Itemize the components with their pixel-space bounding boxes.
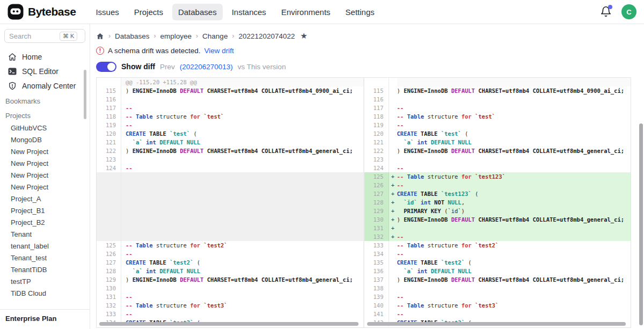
bytebase-logo[interactable]: Bytebase (8, 4, 76, 20)
diff-line: 115) ENGINE=InnoDB DEFAULT CHARSET=utf8m… (364, 86, 631, 95)
diff-line-added: 132+-- (364, 232, 631, 241)
breadcrumb-item-change[interactable]: Change (202, 32, 228, 40)
code-token: ENGINE=InnoDB (133, 148, 180, 154)
code-line: -- Table structure for `test3` (397, 301, 631, 310)
code-token: -- (397, 165, 404, 171)
sidebar-item-anomaly-center[interactable]: Anomaly Center (0, 78, 90, 93)
code-token: ) (397, 216, 404, 223)
code-token: `a` (133, 139, 146, 145)
sidebar-project-tenanttidb[interactable]: TenantTiDB (0, 264, 90, 275)
sidebar-item-sql-editor[interactable]: SQL Editor (0, 64, 90, 78)
code-token: CHARSET=utf8mb4 (207, 148, 261, 154)
code-line (121, 172, 363, 181)
diff-hunk-header: @@ -115,20 +115,28 @@ (97, 78, 363, 86)
sidebar-project-tenant[interactable]: Tenant (0, 228, 90, 240)
line-number: 132 (364, 232, 389, 241)
line-number: 129 (364, 207, 389, 215)
diff-sign (389, 147, 397, 155)
sidebar-scrollbar[interactable] (84, 70, 86, 119)
code-line: ) ENGINE=InnoDB DEFAULT CHARSET=utf8mb4 … (121, 86, 363, 95)
avatar[interactable]: C (621, 4, 636, 19)
diff-line: 122) ENGINE=InnoDB DEFAULT CHARSET=utf8m… (364, 147, 631, 155)
code-line (397, 284, 631, 293)
diff-sign (389, 164, 397, 172)
diff-sign (389, 293, 397, 301)
diff-line-placeholder (97, 172, 363, 181)
diff-line: 117-- (364, 104, 631, 112)
sidebar-project-mongodb[interactable]: MongoDB (0, 134, 90, 145)
diff-line: 139-- (364, 293, 631, 301)
notification-bell-icon[interactable] (600, 6, 612, 18)
code-token: TABLE (421, 130, 441, 137)
diff-line: 129) ENGINE=InnoDB DEFAULT CHARSET=utf8m… (97, 275, 363, 284)
sidebar-project-tenant-test[interactable]: Tenant_test (0, 252, 90, 264)
show-diff-toggle[interactable] (96, 62, 116, 72)
shield-exclamation-icon (8, 81, 17, 90)
toggle-knob (107, 63, 115, 71)
diff-line-added: 129+ PRIMARY KEY (`id`) (364, 207, 631, 215)
code-token: -- (397, 233, 404, 240)
line-number: 134 (364, 250, 389, 258)
code-token: `test123` (475, 173, 506, 180)
sidebar-item-home[interactable]: Home (0, 49, 90, 64)
sidebar-section-projects[interactable]: Projects (0, 107, 90, 122)
top-navbar: Bytebase IssuesProjectsDatabasesInstance… (0, 0, 644, 24)
code-token: ) (397, 87, 404, 94)
code-token: int (421, 199, 434, 206)
prev-version-link[interactable]: (202206270013) (180, 63, 233, 71)
sidebar-project-project-b1[interactable]: Project_B1 (0, 204, 90, 216)
code-line: -- (121, 250, 363, 258)
diff-line: 119-- (97, 121, 363, 129)
code-token: COLLATE=utf8mb4_general_ci; (261, 148, 353, 154)
schema-diff-viewer: @@ -115,20 +115,28 @@115) ENGINE=InnoDB … (96, 77, 631, 328)
breadcrumb-item-employee[interactable]: employee (160, 32, 192, 40)
nav-item-instances[interactable]: Instances (226, 4, 272, 20)
code-token: `test` (475, 113, 495, 120)
sidebar-project-project-a[interactable]: Project_A (0, 193, 90, 204)
code-line: -- (121, 310, 363, 318)
sidebar-project-new-project[interactable]: New Project (0, 157, 90, 169)
code-line (121, 215, 363, 224)
code-token (397, 139, 404, 145)
code-line: ) ENGINE=InnoDB DEFAULT CHARSET=utf8mb4 … (397, 275, 631, 284)
sidebar-section-bookmarks[interactable]: Bookmarks (0, 93, 90, 107)
line-number: 119 (364, 121, 389, 129)
line-number: 131 (97, 293, 121, 301)
breadcrumb-separator: › (154, 32, 156, 40)
code-line: CREATE TABLE `test` ( (397, 129, 631, 138)
sidebar-project-githubvcs[interactable]: GitHubVCS (0, 122, 90, 134)
nav-item-projects[interactable]: Projects (128, 4, 169, 20)
code-token: ENGINE=InnoDB (404, 216, 451, 223)
sidebar-project-tenant-label[interactable]: tenant_label (0, 240, 90, 252)
sidebar-project-tidb-cloud[interactable]: TiDB Cloud (0, 287, 90, 299)
sidebar-project-new-project[interactable]: New Project (0, 145, 90, 157)
sidebar-project-testtp[interactable]: testTP (0, 275, 90, 287)
bookmark-star-icon[interactable]: ★ (301, 31, 308, 41)
sidebar-project-new-project[interactable]: New Project (0, 169, 90, 181)
nav-item-environments[interactable]: Environments (275, 4, 336, 20)
diff-line-placeholder (97, 215, 363, 224)
sidebar-project-new-project[interactable]: New Project (0, 181, 90, 193)
code-token: , (462, 199, 465, 206)
nav-item-settings[interactable]: Settings (340, 4, 380, 20)
nav-item-issues[interactable]: Issues (90, 4, 125, 20)
nav-item-databases[interactable]: Databases (172, 4, 223, 20)
breadcrumb: ›Databases›employee›Change›2022120207402… (96, 31, 644, 41)
diff-horizontal-scrollbar[interactable] (99, 322, 358, 326)
breadcrumb-item-databases[interactable]: Databases (115, 32, 150, 40)
breadcrumb-home-icon[interactable] (96, 32, 104, 40)
code-token: CHARSET=utf8mb4 (207, 87, 261, 94)
code-line: -- (121, 104, 363, 112)
code-token (126, 268, 133, 274)
page-vertical-scrollbar[interactable] (639, 123, 643, 325)
diff-line: 124-- (364, 164, 631, 172)
code-token: `test3` (475, 302, 499, 309)
search-input[interactable] (9, 32, 57, 40)
sidebar-project-project-b2[interactable]: Project_B2 (0, 216, 90, 228)
diff-horizontal-scrollbar[interactable] (367, 322, 626, 326)
diff-hunk-header (364, 78, 631, 86)
code-token: DEFAULT (451, 148, 479, 154)
code-token: ENGINE=InnoDB (404, 87, 451, 94)
diff-sign: + (389, 215, 397, 224)
view-drift-link[interactable]: View drift (204, 47, 234, 55)
